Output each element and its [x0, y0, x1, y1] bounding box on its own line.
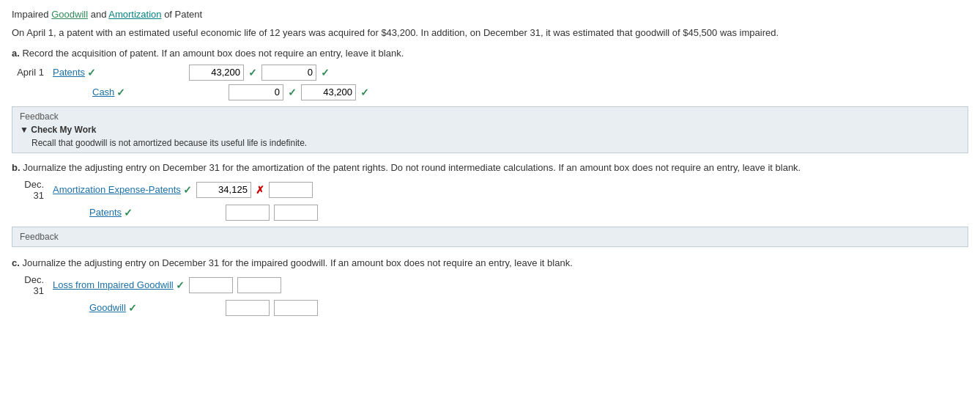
section-c: c. Journalize the adjusting entry on Dec… — [12, 257, 968, 316]
section-c-row1: Dec. 31 Loss from Impaired Goodwill ✓ — [12, 274, 968, 296]
triangle-icon-a: ▼ — [20, 125, 29, 135]
cash-check-a: ✓ — [116, 87, 125, 98]
feedback-box-a: Feedback ▼ ▼ Check My Work Check My Work… — [12, 106, 968, 153]
description-text: On April 1, a patent with an estimated u… — [12, 26, 968, 40]
section-b-row2: Patents ✓ — [89, 205, 968, 221]
section-a-label: a. Record the acquisition of patent. If … — [12, 48, 968, 59]
section-a-row2-debit[interactable] — [229, 84, 283, 100]
section-b-row1-credit[interactable] — [269, 182, 313, 198]
section-a-row2-credit-check: ✓ — [360, 87, 369, 98]
section-a-row2: Cash ✓ ✓ ✓ — [52, 84, 968, 100]
title-prefix: Impaired — [12, 9, 51, 20]
section-c-account2: Goodwill ✓ — [89, 302, 221, 314]
section-c-label: c. Journalize the adjusting entry on Dec… — [12, 257, 968, 268]
section-a-date: April 1 — [12, 67, 48, 78]
title-and: and — [88, 9, 108, 20]
section-c-account1: Loss from Impaired Goodwill ✓ — [53, 279, 185, 291]
section-a-row1: April 1 Patents ✓ ✓ ✓ — [12, 65, 968, 81]
section-a-account1: Patents ✓ — [53, 67, 185, 78]
amortization-link[interactable]: Amortization — [108, 9, 161, 20]
section-b-row1: Dec. 31 Amortization Expense-Patents ✓ ✗ — [12, 179, 968, 201]
section-a-row1-debit-check: ✓ — [248, 67, 257, 78]
section-a-row1-debit[interactable] — [189, 65, 244, 81]
feedback-box-b: Feedback — [12, 227, 968, 247]
section-c-date: Dec. 31 — [12, 274, 48, 296]
section-b-row1-debit[interactable] — [196, 182, 251, 198]
feedback-b-label: Feedback — [20, 232, 960, 242]
goodwill-link[interactable]: Goodwill — [51, 9, 88, 20]
page-title: Impaired Goodwill and Amortization of Pa… — [12, 9, 968, 20]
goodwill-link-c[interactable]: Goodwill — [89, 302, 126, 313]
title-suffix: of Patent — [162, 9, 203, 20]
section-c-row2-credit[interactable] — [274, 300, 318, 316]
feedback-a-label: Feedback — [20, 111, 960, 122]
section-b-row2-debit[interactable] — [226, 205, 270, 221]
section-a-row1-credit[interactable] — [261, 65, 316, 81]
section-a-row2-debit-check: ✓ — [288, 87, 297, 98]
patents-link-b[interactable]: Patents — [89, 207, 122, 218]
section-c-row2-debit[interactable] — [226, 300, 270, 316]
amortization-expense-link[interactable]: Amortization Expense-Patents — [53, 184, 181, 195]
goodwill-check-c: ✓ — [128, 302, 137, 314]
patents-link-a[interactable]: Patents — [53, 67, 85, 78]
section-c-row2: Goodwill ✓ — [89, 300, 968, 316]
section-c-row1-debit[interactable] — [189, 277, 233, 293]
check-my-work-a[interactable]: ▼ ▼ Check My Work Check My Work — [20, 125, 960, 135]
loss-impaired-goodwill-link[interactable]: Loss from Impaired Goodwill — [53, 279, 174, 290]
section-b-account1: Amortization Expense-Patents ✓ — [53, 184, 192, 196]
section-a-row1-credit-check: ✓ — [321, 67, 330, 78]
feedback-a-text: Recall that goodwill is not amortized be… — [31, 138, 960, 148]
section-a-row2-credit[interactable] — [301, 84, 356, 100]
section-c-row1-credit[interactable] — [237, 277, 281, 293]
section-a: a. Record the acquisition of patent. If … — [12, 48, 968, 153]
amortization-expense-check: ✓ — [183, 184, 192, 196]
section-b: b. Journalize the adjusting entry on Dec… — [12, 162, 968, 247]
cash-link-a[interactable]: Cash — [92, 87, 114, 98]
patents-check-a: ✓ — [87, 67, 96, 78]
patents-check-b: ✓ — [124, 207, 133, 218]
section-b-row1-debit-check: ✗ — [256, 184, 264, 196]
section-b-date: Dec. 31 — [12, 179, 48, 201]
section-a-account2: Cash ✓ — [92, 87, 224, 98]
section-b-row2-credit[interactable] — [274, 205, 318, 221]
section-b-label: b. Journalize the adjusting entry on Dec… — [12, 162, 968, 173]
section-b-account2: Patents ✓ — [89, 207, 221, 218]
loss-impaired-goodwill-check: ✓ — [176, 279, 185, 291]
